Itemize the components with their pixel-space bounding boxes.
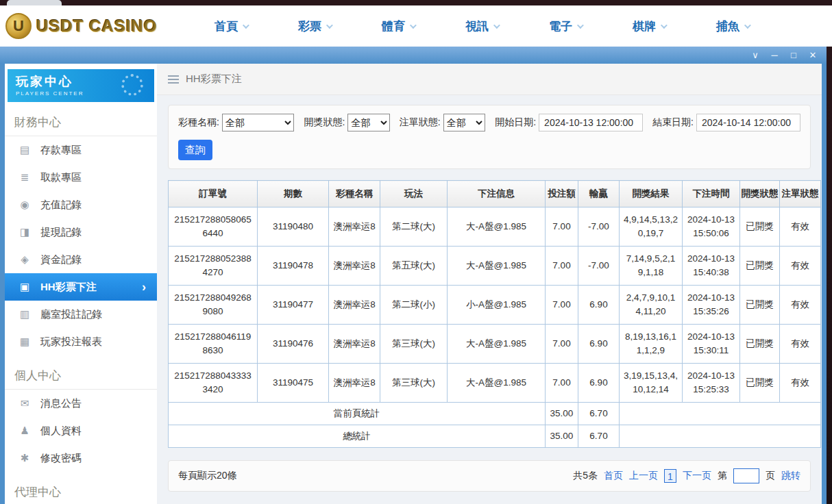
next-page-link[interactable]: 下一页	[683, 470, 711, 482]
bets-table-wrap: 訂單號 期數 彩種名稱 玩法 下注信息 投注額 輸贏 開獎結果 下注時間 開獎狀…	[168, 180, 811, 448]
sidebar-item-label: 存款專區	[40, 144, 82, 157]
total-summary-label: 總統計	[169, 425, 546, 448]
total-summary-amount: 35.00	[546, 425, 578, 448]
prev-page-link[interactable]: 上一页	[629, 470, 658, 482]
nav-label: 體育	[382, 18, 405, 34]
col-header-amount: 投注額	[546, 181, 578, 207]
sidebar-item-recharge-record[interactable]: ◉ 充值記錄	[5, 191, 157, 218]
first-page-link[interactable]: 首页	[604, 470, 623, 482]
record-list-icon: ▥	[19, 308, 31, 320]
cell-period: 31190478	[258, 247, 329, 286]
sidebar-item-player-bet-report[interactable]: ▦ 玩家投注報表	[5, 328, 157, 355]
nav-item-lottery[interactable]: 彩票	[273, 18, 356, 34]
search-button[interactable]: 查詢	[178, 140, 212, 160]
cell-lottery: 澳洲幸运8	[329, 364, 380, 403]
sidebar-item-label: 取款專區	[40, 171, 82, 184]
cell-lottery: 澳洲幸运8	[329, 325, 380, 364]
cell-lottery: 澳洲幸运8	[329, 247, 380, 286]
nav-item-fishing[interactable]: 捕魚	[691, 18, 774, 34]
table-row: 2152172880433333420 31190475 澳洲幸运8 第三球(大…	[169, 364, 821, 403]
sidebar-item-hh-lottery-bets[interactable]: ▣ HH彩票下注 ›	[5, 273, 157, 301]
start-date-label: 開始日期:	[495, 116, 536, 129]
hamburger-menu-icon[interactable]	[168, 75, 179, 84]
gear-icon: ✱	[19, 452, 31, 464]
lottery-name-label: 彩種名稱:	[178, 116, 219, 129]
order-status-select[interactable]: 全部	[443, 114, 485, 131]
total-count: 共5条	[573, 470, 598, 482]
close-button[interactable]: ✕	[805, 48, 821, 62]
nav-item-slots[interactable]: 電子	[524, 18, 607, 34]
collapse-button[interactable]: ∨	[747, 48, 763, 62]
maximize-button[interactable]: □	[785, 48, 802, 62]
col-header-bet-time: 下注時間	[683, 181, 740, 207]
cell-win-loss: -7.00	[578, 247, 620, 286]
cell-result: 3,19,15,13,4,10,12,14	[620, 364, 683, 403]
breadcrumb: HH彩票下注	[157, 64, 822, 95]
cell-bet-time: 2024-10-13 15:25:33	[683, 364, 740, 403]
sidebar-item-withdraw[interactable]: ≣ 取款專區	[5, 164, 157, 191]
page-summary-row: 當前頁統計 35.00 6.70	[169, 403, 821, 425]
cell-draw-status: 已開獎	[740, 364, 780, 403]
site-navbar: U USDT CASINO 首頁 彩票 體育 視訊 電子 棋牌 捕魚	[0, 5, 832, 47]
sidebar-item-label: 廳室投註記錄	[40, 308, 102, 321]
chevron-down-icon	[577, 22, 584, 29]
sidebar-item-hall-bet-record[interactable]: ▥ 廳室投註記錄	[5, 301, 157, 328]
cell-order-no: 2152172880492689080	[169, 286, 258, 325]
end-date-input[interactable]	[696, 114, 800, 131]
nav-label: 首頁	[215, 18, 238, 34]
cell-order-status: 有效	[780, 325, 821, 364]
money-bag-icon: ◈	[19, 253, 31, 266]
lottery-name-select[interactable]: 全部	[222, 114, 295, 131]
cell-bet-info: 小-A盤@1.985	[448, 286, 546, 325]
cell-order-status: 有效	[780, 247, 821, 286]
sidebar-item-deposit[interactable]: ▤ 存款專區	[5, 136, 157, 164]
cell-bet-info: 大-A盤@1.985	[448, 325, 546, 364]
nav-item-sports[interactable]: 體育	[356, 18, 440, 34]
nav-item-live-video[interactable]: 視訊	[440, 18, 524, 34]
cell-win-loss: -7.00	[578, 207, 620, 247]
chevron-down-icon	[744, 22, 751, 29]
cell-bet-info: 大-A盤@1.985	[448, 364, 546, 403]
nav-item-board-games[interactable]: 棋牌	[607, 18, 691, 34]
sidebar-item-withdrawal-record[interactable]: ◨ 提現記錄	[5, 218, 157, 246]
page-summary-label: 當前頁統計	[169, 403, 546, 425]
col-header-bet-info: 下注信息	[448, 181, 546, 207]
brand-name: USDT CASINO	[36, 16, 157, 36]
end-date-label: 結束日期:	[652, 116, 694, 129]
cell-result: 8,19,13,16,11,1,2,9	[620, 325, 683, 364]
cell-bet-time: 2024-10-13 15:50:06	[683, 207, 740, 247]
col-header-order-no: 訂單號	[169, 181, 258, 207]
sidebar-item-label: 提現記錄	[40, 226, 82, 239]
bell-icon: ✉	[19, 397, 31, 410]
cell-amount: 7.00	[546, 207, 578, 247]
jump-prefix-label: 第	[718, 470, 727, 482]
cell-play: 第二球(小)	[380, 286, 448, 325]
start-date-input[interactable]	[539, 114, 643, 131]
sidebar-item-notices[interactable]: ✉ 消息公告	[5, 390, 157, 417]
cell-bet-time: 2024-10-13 15:35:26	[683, 286, 740, 325]
current-page[interactable]: 1	[664, 469, 676, 483]
draw-status-label: 開獎狀態:	[304, 116, 345, 129]
cell-period: 31190475	[258, 364, 329, 403]
cell-order-no: 2152172880580656440	[169, 207, 258, 247]
page-jump-input[interactable]	[733, 468, 759, 483]
col-header-play: 玩法	[380, 181, 448, 207]
draw-status-select[interactable]: 全部	[347, 114, 389, 131]
chevron-down-icon	[410, 22, 417, 29]
sidebar-item-profile[interactable]: ♟ 個人資料	[5, 417, 157, 444]
cell-result: 2,4,7,9,10,14,11,20	[620, 286, 683, 325]
sidebar-item-label: 修改密碼	[40, 452, 82, 465]
cell-win-loss: 6.90	[578, 325, 620, 364]
minimize-button[interactable]: ─	[766, 48, 783, 62]
col-header-win-loss: 輸贏	[578, 181, 620, 207]
nav-item-home[interactable]: 首頁	[189, 18, 273, 34]
col-header-result: 開獎結果	[620, 181, 683, 207]
banknotes-icon: ≣	[19, 171, 31, 184]
brand-logo[interactable]: U USDT CASINO	[5, 13, 177, 39]
sidebar-item-change-password[interactable]: ✱ 修改密碼	[5, 444, 157, 472]
sidebar-item-label: HH彩票下注	[40, 281, 97, 294]
bet-list-icon: ▣	[19, 281, 31, 293]
sidebar-item-funds-record[interactable]: ◈ 資金記錄	[5, 246, 157, 273]
sidebar-section-finance: 財務中心	[5, 106, 157, 136]
jump-button[interactable]: 跳转	[781, 470, 800, 482]
